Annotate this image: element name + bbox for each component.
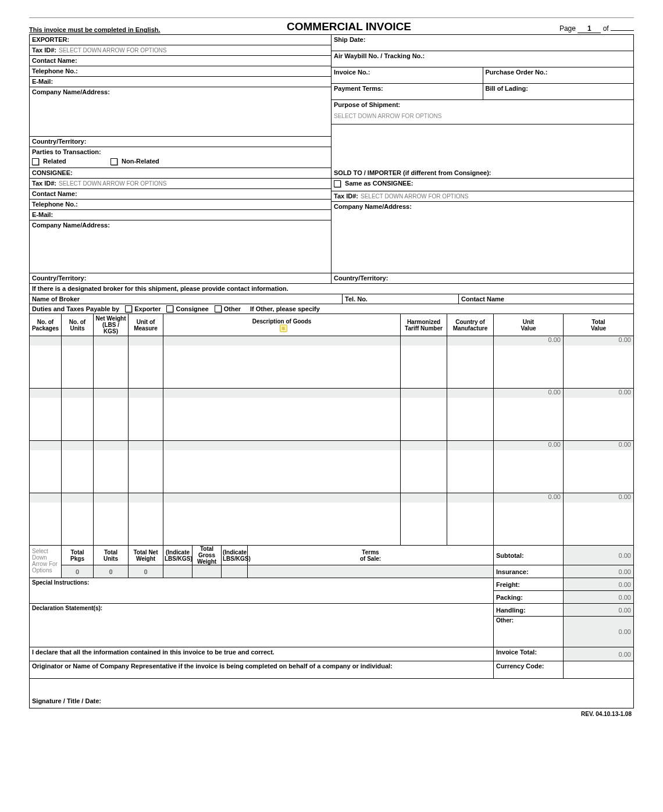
item-cell-tval[interactable]: 0.00: [564, 389, 633, 440]
nonrelated-label: Non-Related: [122, 158, 159, 165]
exporter-country[interactable]: Country/Territory:: [30, 137, 331, 147]
total-pkgs-value[interactable]: 0: [62, 565, 94, 578]
item-cell-desc[interactable]: [163, 493, 401, 545]
item-cell-desc[interactable]: [163, 389, 401, 440]
item-cell-com[interactable]: [447, 441, 494, 493]
related-label: Related: [43, 158, 66, 165]
item-cell-units[interactable]: [62, 493, 94, 545]
handling-value[interactable]: 0.00: [564, 604, 633, 617]
item-row: 0.000.00: [30, 493, 633, 546]
net-units-input[interactable]: [163, 565, 193, 578]
broker-name[interactable]: Name of Broker: [30, 294, 343, 304]
total-gross-value[interactable]: [193, 565, 222, 578]
insurance-value[interactable]: 0.00: [564, 565, 633, 578]
item-cell-netw[interactable]: [94, 441, 129, 493]
item-cell-netw[interactable]: [94, 493, 129, 545]
item-cell-tval[interactable]: 0.00: [564, 336, 633, 388]
item-cell-hts[interactable]: [401, 336, 447, 388]
insurance-label: Insurance:: [494, 565, 564, 578]
item-cell-com[interactable]: [447, 493, 494, 545]
total-net-value[interactable]: 0: [129, 565, 163, 578]
duties-consignee-checkbox[interactable]: [166, 305, 173, 312]
item-cell-netw[interactable]: [94, 389, 129, 440]
terms-code-input[interactable]: [248, 565, 494, 578]
soldto-tax-id[interactable]: Tax ID#:SELECT DOWN ARROW FOR OPTIONS: [332, 191, 633, 202]
col-country-mfr: Country ofManufacture: [447, 314, 494, 336]
signature-block[interactable]: Signature / Title / Date:: [30, 679, 633, 708]
item-cell-units[interactable]: [62, 389, 94, 440]
total-units-value[interactable]: 0: [94, 565, 129, 578]
special-instructions[interactable]: Special Instructions:: [30, 578, 494, 604]
purpose-select[interactable]: SELECT DOWN ARROW FOR OPTIONS: [332, 111, 633, 124]
packing-value[interactable]: 0.00: [564, 591, 633, 604]
item-cell-pkgs[interactable]: [30, 336, 62, 388]
po-no[interactable]: Purchase Order No.:: [483, 67, 634, 83]
col-unit-value: UnitValue: [494, 314, 564, 336]
bill-of-lading[interactable]: Bill of Lading:: [483, 84, 634, 99]
item-cell-hts[interactable]: [401, 441, 447, 493]
gross-units-input[interactable]: [222, 565, 248, 578]
english-note: This invoice must be completed in Englis…: [29, 26, 192, 33]
item-cell-uval[interactable]: 0.00: [494, 441, 564, 493]
terms-select[interactable]: Select Down Arrow For Options: [30, 546, 62, 578]
freight-value[interactable]: 0.00: [564, 578, 633, 591]
consignee-contact[interactable]: Contact Name:: [30, 189, 331, 200]
parties-to-transaction: Parties to Transaction:: [30, 147, 331, 158]
item-cell-hts[interactable]: [401, 389, 447, 440]
payment-terms[interactable]: Payment Terms:: [332, 84, 483, 99]
item-cell-com[interactable]: [447, 336, 494, 388]
page-total[interactable]: [611, 30, 634, 31]
exporter-phone[interactable]: Telephone No.:: [30, 66, 331, 77]
item-cell-pkgs[interactable]: [30, 441, 62, 493]
same-as-consignee-checkbox[interactable]: [334, 180, 341, 187]
other-label[interactable]: Other:: [494, 617, 564, 647]
exporter-contact[interactable]: Contact Name:: [30, 56, 331, 66]
comment-icon[interactable]: ≡: [280, 325, 288, 332]
item-cell-desc[interactable]: [163, 441, 401, 493]
invoice-total-label: Invoice Total:: [494, 647, 564, 661]
originator-text[interactable]: Originator or Name of Company Representa…: [30, 661, 494, 679]
exporter-email[interactable]: E-Mail:: [30, 77, 331, 87]
nonrelated-checkbox[interactable]: [110, 158, 117, 165]
broker-tel[interactable]: Tel. No.: [343, 294, 459, 304]
item-cell-hts[interactable]: [401, 493, 447, 545]
item-cell-tval[interactable]: 0.00: [564, 493, 633, 545]
invoice-no[interactable]: Invoice No.:: [332, 67, 483, 83]
awb-number[interactable]: Air Waybill No. / Tracking No.:: [332, 51, 633, 67]
consignee-email[interactable]: E-Mail:: [30, 210, 331, 220]
item-cell-uval[interactable]: 0.00: [494, 493, 564, 545]
item-cell-desc[interactable]: [163, 336, 401, 388]
page-current[interactable]: 1: [578, 24, 601, 33]
soldto-address[interactable]: Company Name/Address:: [332, 202, 633, 273]
item-cell-netw[interactable]: [94, 336, 129, 388]
ship-date[interactable]: Ship Date:: [332, 35, 633, 51]
consignee-tax-id[interactable]: Tax ID#:SELECT DOWN ARROW FOR OPTIONS: [30, 179, 331, 189]
currency-code-value[interactable]: [564, 661, 633, 679]
other-value[interactable]: 0.00: [564, 617, 633, 647]
col-hts: HarmonizedTariff Number: [401, 314, 447, 336]
item-cell-units[interactable]: [62, 336, 94, 388]
exporter-address[interactable]: Company Name/Address:: [30, 87, 331, 137]
duties-exporter-checkbox[interactable]: [125, 305, 132, 312]
consignee-country[interactable]: Country/Territory:: [30, 273, 331, 284]
item-cell-uom[interactable]: [129, 493, 163, 545]
item-cell-units[interactable]: [62, 441, 94, 493]
item-cell-uom[interactable]: [129, 389, 163, 440]
item-cell-uval[interactable]: 0.00: [494, 336, 564, 388]
consignee-phone[interactable]: Telephone No.:: [30, 200, 331, 210]
item-cell-uom[interactable]: [129, 336, 163, 388]
item-cell-uval[interactable]: 0.00: [494, 389, 564, 440]
soldto-country[interactable]: Country/Territory:: [332, 273, 633, 284]
item-cell-tval[interactable]: 0.00: [564, 441, 633, 493]
item-cell-uom[interactable]: [129, 441, 163, 493]
item-row: 0.000.00: [30, 389, 633, 441]
consignee-address[interactable]: Company Name/Address:: [30, 220, 331, 273]
item-cell-pkgs[interactable]: [30, 389, 62, 440]
related-checkbox[interactable]: [32, 158, 39, 165]
declaration-statements[interactable]: Declaration Statement(s):: [30, 604, 494, 647]
item-cell-pkgs[interactable]: [30, 493, 62, 545]
duties-other-checkbox[interactable]: [215, 305, 222, 312]
item-cell-com[interactable]: [447, 389, 494, 440]
broker-contact[interactable]: Contact Name: [459, 294, 633, 304]
exporter-tax-id[interactable]: Tax ID#:SELECT DOWN ARROW FOR OPTIONS: [30, 45, 331, 56]
